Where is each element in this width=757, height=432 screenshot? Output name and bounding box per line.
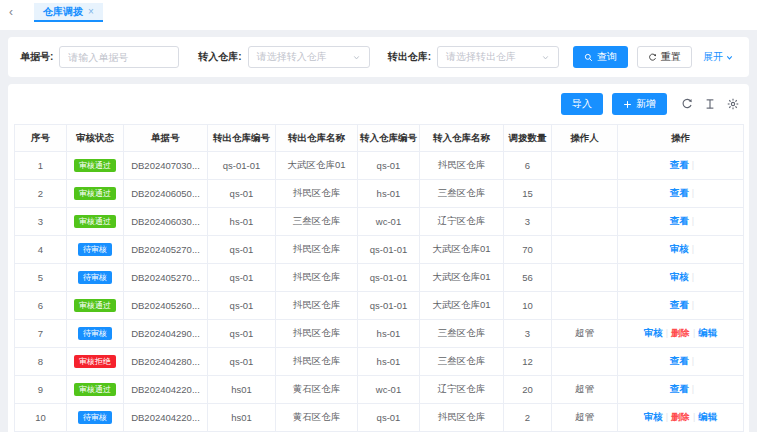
- edit-link[interactable]: 编辑: [698, 327, 717, 338]
- cell-in-name: 大武区仓库01: [420, 264, 504, 292]
- cell-actions: 审核|删除|编辑: [618, 320, 744, 348]
- cell-status: 审核拒绝: [67, 348, 124, 376]
- audit-link[interactable]: 审核: [644, 327, 663, 338]
- in-warehouse-field-group: 转入仓库: 请选择转入仓库: [198, 46, 369, 68]
- column-header: 审核状态: [67, 125, 124, 152]
- cell-doc-no: DB202405260...: [124, 292, 208, 320]
- cell-status: 审核通过: [67, 208, 124, 236]
- tab-warehouse-transfer[interactable]: 仓库调拨 ×: [34, 3, 103, 22]
- column-header: 转出仓库名称: [276, 125, 358, 152]
- action-divider: |: [692, 384, 694, 394]
- cell-out-name: 大武区仓库01: [276, 152, 358, 180]
- search-icon: [584, 53, 593, 62]
- out-warehouse-placeholder: 请选择转出仓库: [446, 50, 516, 64]
- cell-in-code: qs-01-01: [358, 236, 420, 264]
- add-button[interactable]: 新增: [612, 93, 667, 115]
- settings-icon[interactable]: [727, 98, 739, 110]
- expand-toggle[interactable]: 展开: [703, 50, 734, 64]
- cell-qty: 2: [504, 404, 552, 432]
- column-height-icon[interactable]: [704, 98, 716, 110]
- reset-button-label: 重置: [661, 50, 681, 64]
- cell-qty: 12: [504, 348, 552, 376]
- edit-link[interactable]: 编辑: [698, 411, 717, 422]
- action-divider: |: [692, 244, 694, 254]
- cell-doc-no: DB202407030...: [124, 152, 208, 180]
- audit-link[interactable]: 审核: [670, 271, 689, 282]
- refresh-icon[interactable]: [681, 98, 693, 110]
- column-header: 调拨数量: [504, 125, 552, 152]
- cell-out-code: qs-01: [208, 180, 276, 208]
- cell-operator: [552, 348, 618, 376]
- cell-doc-no: DB202405270...: [124, 264, 208, 292]
- cell-index: 2: [15, 180, 67, 208]
- audit-link[interactable]: 审核: [670, 243, 689, 254]
- cell-out-code: qs-01: [208, 236, 276, 264]
- cell-index: 7: [15, 320, 67, 348]
- transfer-table: 序号审核状态单据号转出仓库编号转出仓库名称转入仓库编号转入仓库名称调拨数量操作人…: [14, 124, 744, 432]
- plus-icon: [623, 100, 632, 109]
- cell-out-code: qs-01-01: [208, 152, 276, 180]
- doc-no-field-group: 单据号:: [20, 46, 179, 68]
- status-badge: 待审核: [78, 411, 112, 424]
- column-header: 操作: [618, 125, 744, 152]
- audit-link[interactable]: 审核: [644, 411, 663, 422]
- cell-index: 9: [15, 376, 67, 404]
- cell-status: 审核通过: [67, 152, 124, 180]
- action-divider: |: [692, 356, 694, 366]
- view-link[interactable]: 查看: [670, 299, 689, 310]
- reset-button[interactable]: 重置: [637, 46, 692, 68]
- table-row: 9审核通过DB202404220...hs01黄石区仓库wc-01辽宁区仓库20…: [15, 376, 744, 404]
- cell-doc-no: DB202406030...: [124, 208, 208, 236]
- cell-index: 10: [15, 404, 67, 432]
- cell-status: 审核通过: [67, 292, 124, 320]
- cell-out-code: qs-01: [208, 292, 276, 320]
- out-warehouse-label: 转出仓库:: [388, 50, 431, 64]
- out-warehouse-select[interactable]: 请选择转出仓库: [437, 46, 559, 68]
- cell-in-name: 辽宁区仓库: [420, 376, 504, 404]
- cell-in-code: hs-01: [358, 320, 420, 348]
- delete-link[interactable]: 删除: [671, 327, 690, 338]
- add-button-label: 新增: [636, 97, 656, 111]
- status-badge: 审核通过: [74, 383, 116, 396]
- cell-doc-no: DB202406050...: [124, 180, 208, 208]
- cell-status: 审核通过: [67, 376, 124, 404]
- view-link[interactable]: 查看: [670, 215, 689, 226]
- view-link[interactable]: 查看: [670, 355, 689, 366]
- view-link[interactable]: 查看: [670, 383, 689, 394]
- cell-qty: 10: [504, 292, 552, 320]
- in-warehouse-select[interactable]: 请选择转入仓库: [248, 46, 370, 68]
- cell-in-code: wc-01: [358, 376, 420, 404]
- status-badge: 审核通过: [74, 299, 116, 312]
- view-link[interactable]: 查看: [670, 187, 689, 198]
- cell-out-name: 抖民区仓库: [276, 292, 358, 320]
- doc-no-input[interactable]: [59, 46, 179, 68]
- search-button[interactable]: 查询: [573, 46, 628, 68]
- import-button[interactable]: 导入: [561, 93, 603, 115]
- cell-in-name: 抖民区仓库: [420, 404, 504, 432]
- action-divider: |: [692, 216, 694, 226]
- tab-close-icon[interactable]: ×: [88, 7, 94, 17]
- status-badge: 待审核: [78, 271, 112, 284]
- cell-status: 待审核: [67, 320, 124, 348]
- cell-operator: [552, 236, 618, 264]
- table-body: 1审核通过DB202407030...qs-01-01大武区仓库01qs-01抖…: [15, 152, 744, 432]
- chevron-down-icon: [541, 53, 550, 62]
- cell-in-name: 大武区仓库01: [420, 292, 504, 320]
- cell-index: 4: [15, 236, 67, 264]
- cell-in-name: 辽宁区仓库: [420, 208, 504, 236]
- table-row: 4待审核DB202405270...qs-01抖民区仓库qs-01-01大武区仓…: [15, 236, 744, 264]
- cell-in-name: 三叁区仓库: [420, 320, 504, 348]
- column-header: 转出仓库编号: [208, 125, 276, 152]
- cell-qty: 6: [504, 152, 552, 180]
- status-badge: 审核拒绝: [74, 355, 116, 368]
- cell-in-code: hs-01: [358, 180, 420, 208]
- status-badge: 审核通过: [74, 159, 116, 172]
- cell-operator: [552, 208, 618, 236]
- view-link[interactable]: 查看: [670, 159, 689, 170]
- action-divider: |: [693, 328, 695, 338]
- action-divider: |: [692, 188, 694, 198]
- tabs-scroll-left-icon[interactable]: ‹: [0, 3, 22, 21]
- cell-out-name: 抖民区仓库: [276, 236, 358, 264]
- delete-link[interactable]: 删除: [671, 411, 690, 422]
- action-divider: |: [692, 300, 694, 310]
